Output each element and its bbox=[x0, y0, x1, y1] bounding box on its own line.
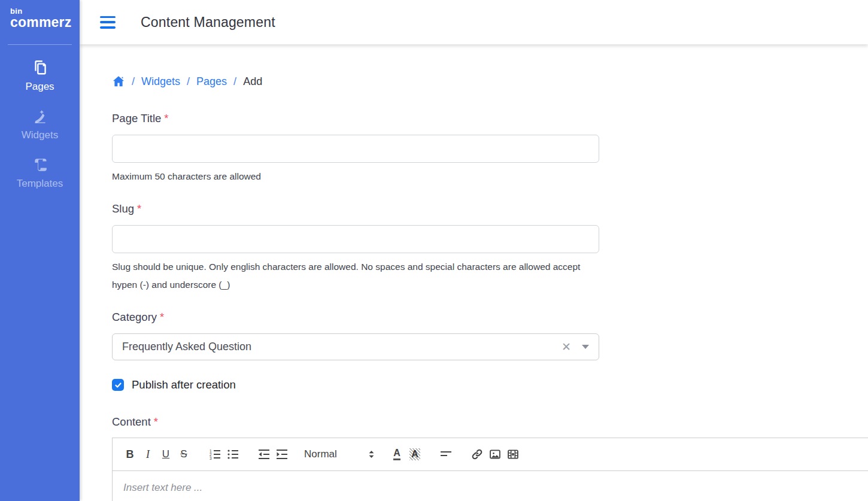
slug-helper: Slug should be unique. Only english char… bbox=[112, 258, 599, 294]
bold-icon[interactable]: B bbox=[121, 447, 139, 462]
color-group: A A bbox=[388, 447, 424, 462]
top-header: Content Management bbox=[80, 0, 868, 44]
sidebar-item-label: Widgets bbox=[22, 129, 58, 141]
page-title: Content Management bbox=[141, 14, 275, 31]
strikethrough-icon[interactable]: S bbox=[175, 447, 193, 462]
app-logo: bin commerz bbox=[0, 0, 80, 29]
pages-icon bbox=[32, 60, 48, 75]
required-asterisk: * bbox=[137, 202, 141, 215]
app-root: bin commerz Pages Widgets Temp bbox=[0, 0, 868, 501]
italic-icon[interactable]: I bbox=[139, 447, 157, 462]
required-asterisk: * bbox=[154, 415, 158, 428]
outdent-icon[interactable] bbox=[255, 447, 273, 462]
page-title-helper: Maximum 50 characters are allowed bbox=[112, 168, 599, 186]
sidebar-nav: Pages Widgets Templates bbox=[0, 60, 80, 190]
breadcrumb-current: Add bbox=[243, 75, 262, 88]
publish-checkbox[interactable] bbox=[112, 379, 124, 391]
category-label: Category* bbox=[112, 311, 868, 324]
category-selected-value: Frequently Asked Question bbox=[122, 341, 558, 353]
sidebar-divider bbox=[8, 44, 72, 45]
chevron-down-icon[interactable] bbox=[582, 345, 589, 349]
home-icon[interactable] bbox=[112, 75, 125, 88]
link-icon[interactable] bbox=[468, 447, 486, 462]
sidebar-item-pages[interactable]: Pages bbox=[0, 60, 80, 93]
breadcrumb-separator: / bbox=[233, 75, 236, 88]
content-area: / Widgets / Pages / Add Page Title* Maxi… bbox=[80, 44, 868, 501]
sidebar: bin commerz Pages Widgets Temp bbox=[0, 0, 80, 501]
bullet-list-icon[interactable] bbox=[224, 447, 242, 462]
category-select[interactable]: Frequently Asked Question ✕ bbox=[112, 333, 599, 360]
sidebar-item-widgets[interactable]: Widgets bbox=[0, 108, 80, 141]
breadcrumb-separator: / bbox=[132, 75, 135, 88]
underline-icon[interactable]: U bbox=[157, 447, 175, 462]
breadcrumb-separator: / bbox=[187, 75, 190, 88]
sidebar-item-label: Templates bbox=[17, 178, 63, 189]
main-area: Content Management / Widgets / Pages / A… bbox=[80, 0, 868, 501]
inline-format-group: B I U S bbox=[121, 447, 193, 462]
video-icon[interactable] bbox=[504, 447, 522, 462]
content-editor: B I U S 123 bbox=[112, 438, 868, 501]
page-title-input[interactable] bbox=[112, 135, 599, 163]
editor-toolbar: B I U S 123 bbox=[113, 438, 868, 471]
editor-text-area[interactable]: Insert text here ... bbox=[113, 471, 868, 501]
paragraph-format-select[interactable]: Normal bbox=[304, 448, 375, 460]
svg-text:3: 3 bbox=[210, 456, 212, 460]
content-label: Content* bbox=[112, 415, 868, 429]
required-asterisk: * bbox=[160, 311, 164, 323]
media-group bbox=[468, 447, 522, 462]
background-color-icon[interactable]: A bbox=[406, 447, 424, 462]
templates-icon bbox=[32, 157, 48, 172]
text-color-icon[interactable]: A bbox=[388, 447, 406, 462]
publish-checkbox-row: Publish after creation bbox=[112, 378, 868, 391]
page-title-label: Page Title* bbox=[112, 112, 868, 125]
publish-checkbox-label[interactable]: Publish after creation bbox=[132, 378, 236, 391]
align-icon[interactable] bbox=[437, 447, 455, 462]
breadcrumb-link-pages[interactable]: Pages bbox=[196, 75, 227, 88]
editor-placeholder: Insert text here ... bbox=[123, 482, 202, 493]
clear-selection-icon[interactable]: ✕ bbox=[558, 341, 575, 353]
breadcrumb: / Widgets / Pages / Add bbox=[112, 75, 868, 88]
format-selected-value: Normal bbox=[304, 448, 368, 460]
ordered-list-icon[interactable]: 123 bbox=[206, 447, 224, 462]
menu-toggle-icon[interactable] bbox=[100, 16, 116, 29]
required-asterisk: * bbox=[164, 112, 168, 125]
slug-label: Slug* bbox=[112, 202, 868, 215]
indent-icon[interactable] bbox=[273, 447, 291, 462]
slug-input[interactable] bbox=[112, 225, 599, 253]
sidebar-item-label: Pages bbox=[25, 81, 54, 92]
align-group bbox=[437, 447, 455, 462]
breadcrumb-link-widgets[interactable]: Widgets bbox=[141, 75, 180, 88]
indent-group bbox=[255, 447, 291, 462]
sidebar-item-templates[interactable]: Templates bbox=[0, 157, 80, 190]
logo-line-2: commerz bbox=[10, 15, 80, 29]
image-icon[interactable] bbox=[486, 447, 504, 462]
list-group: 123 bbox=[206, 447, 242, 462]
widgets-icon bbox=[32, 108, 48, 124]
up-down-caret-icon bbox=[368, 450, 375, 459]
